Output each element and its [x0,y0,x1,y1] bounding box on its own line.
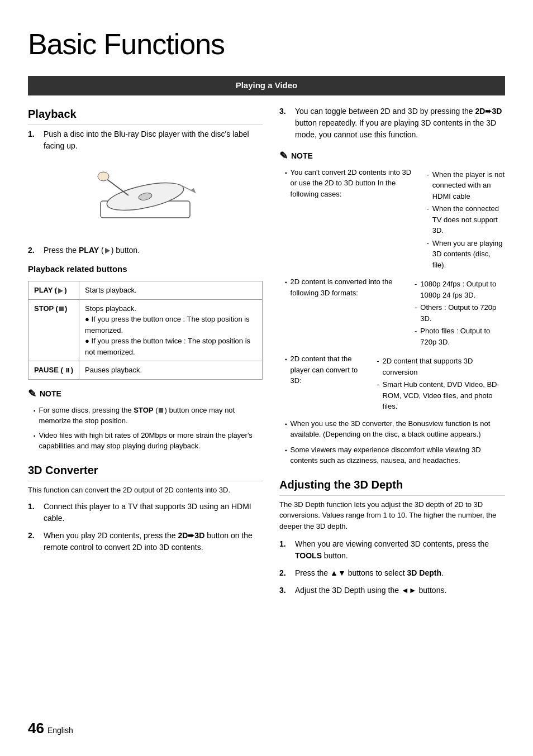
list-item: 2D content is converted into the followi… [285,276,505,349]
footer: 46 English [28,717,73,739]
playback-title: Playback [28,106,263,125]
right-note-list: You can't convert 2D contents into 3D or… [279,167,505,466]
right-note-label: NOTE [291,150,313,162]
list-item: 2D content that supports 3D conversion [377,356,505,377]
right-column: 3. You can toggle between 2D and 3D by p… [279,106,505,602]
adjusting-section: Adjusting the 3D Depth The 3D Depth func… [279,476,505,597]
adjusting-step-2: 2. Press the ▲▼ buttons to select 3D Dep… [279,567,505,579]
list-item: Smart Hub content, DVD Video, BD-ROM, VC… [377,379,505,412]
converter-step-1: 1. Connect this player to a TV that supp… [28,501,263,524]
table-cell-label: STOP () [28,299,79,361]
playback-table: PLAY () Starts playback. STOP () Stops p… [28,281,263,380]
list-item: Photo files : Output to 720p 3D. [415,326,505,347]
list-item: When you use the 3D converter, the Bonus… [285,418,505,440]
step-1-num: 1. [28,128,39,152]
right-note-icon: ✎ [279,149,288,164]
converter-title: 3D Converter [28,462,263,481]
step-2-num: 2. [28,245,39,256]
list-item: For some discs, pressing the STOP () but… [34,405,263,427]
converter-section: 3D Converter This function can convert t… [28,462,263,554]
list-item: Others : Output to 720p 3D. [415,302,505,324]
page-language: English [47,725,73,736]
list-item: Video files with high bit rates of 20Mbp… [34,430,263,452]
table-row: PAUSE (⏸) Pauses playback. [28,361,263,380]
playback-note-list: For some discs, pressing the STOP () but… [28,405,263,452]
table-cell-label: PAUSE (⏸) [28,361,79,380]
step-2-text: Press the PLAY () button. [44,245,140,256]
note-icon: ✎ [28,386,36,401]
adjusting-step-3: 3. Adjust the 3D Depth using the ◄► butt… [279,585,505,596]
list-item: 1080p 24fps : Output to 1080p 24 fps 3D. [415,279,505,300]
svg-point-4 [98,172,109,181]
converter-step-2: 2. When you play 2D contents, press the … [28,530,263,553]
right-step-3: 3. You can toggle between 2D and 3D by p… [279,106,505,141]
list-item: When the connected TV does not support 3… [426,203,505,236]
page-title: Basic Functions [28,22,505,66]
playback-related-section: Playback related buttons PLAY () Starts … [28,263,263,380]
note-label: NOTE [40,388,61,400]
page-number: 46 [28,717,44,739]
right-step-3-text: You can toggle between 2D and 3D by pres… [295,106,505,141]
adjusting-step-2-text: Press the ▲▼ buttons to select 3D Depth. [295,567,444,579]
table-cell-desc: Stops playback. ● If you press the butto… [79,299,263,361]
table-row: STOP () Stops playback. ● If you press t… [28,299,263,361]
list-item: You can't convert 2D contents into 3D or… [285,167,505,272]
adjusting-title: Adjusting the 3D Depth [279,476,505,496]
adjusting-step-3-text: Adjust the 3D Depth using the ◄► buttons… [295,585,446,596]
converter-step-1-text: Connect this player to a TV that support… [44,501,263,524]
table-cell-label: PLAY () [28,281,79,300]
list-item: 2D content that the player can convert t… [285,353,505,414]
playback-note: ✎ NOTE For some discs, pressing the STOP… [28,386,263,452]
svg-line-3 [106,179,129,195]
left-column: Playback 1. Push a disc into the Blu-ray… [28,106,263,602]
playback-section: Playback 1. Push a disc into the Blu-ray… [28,106,263,452]
adjusting-intro: The 3D Depth function lets you adjust th… [279,499,505,532]
table-cell-desc: Starts playback. [79,281,263,300]
disc-illustration [84,162,207,235]
related-buttons-title: Playback related buttons [28,263,263,276]
converter-step-2-text: When you play 2D contents, press the 2D➨… [44,530,263,553]
table-cell-desc: Pauses playback. [79,361,263,380]
playback-step-2: 2. Press the PLAY () button. [28,245,263,256]
playback-step-1: 1. Push a disc into the Blu-ray Disc pla… [28,128,263,152]
list-item: When the player is not connected with an… [426,169,505,202]
section-header: Playing a Video [28,76,505,95]
step-1-text: Push a disc into the Blu-ray Disc player… [44,128,263,152]
adjusting-step-1-text: When you are viewing converted 3D conten… [295,538,505,562]
converter-intro: This function can convert the 2D output … [28,485,263,496]
list-item: When you are playing 3D contents (disc, … [426,238,505,271]
table-row: PLAY () Starts playback. [28,281,263,300]
list-item: Some viewers may experience discomfort w… [285,444,505,466]
right-note: ✎ NOTE You can't convert 2D contents int… [279,149,505,466]
adjusting-step-1: 1. When you are viewing converted 3D con… [279,538,505,562]
